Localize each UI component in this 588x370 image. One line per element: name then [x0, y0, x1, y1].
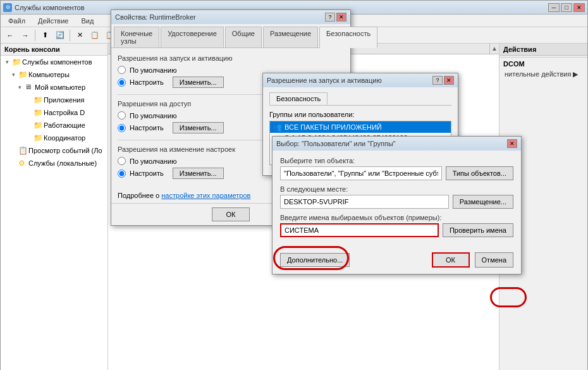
check-names-button[interactable]: Проверить имена [443, 223, 513, 237]
action-section-dcom: DCOM [499, 57, 587, 69]
left-panel: Корень консоли ▾ 📁 Службы компонентов ▾ … [1, 44, 108, 370]
folder-icon-7: 📋 [18, 146, 27, 155]
tree-label-9: Службы (локальные) [28, 159, 97, 167]
object-type-input[interactable] [280, 166, 442, 180]
location-label: В следующем месте: [280, 185, 513, 193]
edit-access-button[interactable]: Изменить... [173, 122, 224, 133]
toolbar-refresh[interactable]: 🔄 [53, 29, 67, 42]
tree-item-events[interactable]: 📋 Просмотр событий (Ло [1, 144, 107, 157]
location-input[interactable] [280, 195, 449, 209]
object-names-input[interactable] [280, 223, 439, 237]
user-dialog: Выбор: "Пользователи" или "Группы" ✕ Выб… [272, 136, 522, 274]
actions-header: Действия [499, 44, 587, 56]
expand-mycomputer[interactable]: ▾ [18, 84, 25, 90]
folder-icon-2: 📁 [18, 70, 27, 79]
user-cancel-button[interactable]: Отмена [475, 252, 513, 268]
footer-link[interactable]: настройке этих параметров [161, 192, 250, 199]
user-dialog-titlebar: Выбор: "Пользователи" или "Группы" ✕ [273, 137, 521, 151]
user-close-button[interactable]: ✕ [507, 139, 517, 148]
maximize-button[interactable]: □ [561, 3, 572, 12]
tree-item-coordinator[interactable]: 📁 Координатор [1, 132, 107, 144]
advanced-button[interactable]: Дополнительно... [280, 253, 350, 267]
menu-action[interactable]: Действие [35, 16, 71, 26]
tab-general[interactable]: Общие [225, 27, 262, 47]
perm-dialog-controls: ? ✕ [432, 76, 454, 85]
props-tabs-bar: Конечные узлы Удостоверение Общие Размещ… [111, 24, 350, 48]
location-button[interactable]: Размещение... [453, 195, 513, 209]
toolbar-delete[interactable]: ✕ [73, 29, 87, 42]
perm-help-button[interactable]: ? [432, 76, 443, 85]
object-names-row: Введите имена выбираемых объектов (приме… [280, 214, 513, 237]
toolbar-copy[interactable]: 📋 [88, 29, 102, 42]
perm-tab-security[interactable]: Безопасность [269, 92, 328, 105]
location-row: В следующем месте: Размещение... [280, 185, 513, 209]
app-icon: ⚙ [3, 3, 12, 12]
radio-config-custom-input[interactable] [118, 170, 126, 178]
user-dialog-controls: ✕ [507, 139, 517, 148]
tree-item-config[interactable]: 📁 Настройка D [1, 106, 107, 119]
toolbar-forward[interactable]: → [18, 29, 32, 42]
tree-label-7: Координатор [44, 134, 85, 142]
object-names-text: Введите имена выбираемых объектов (приме… [280, 214, 441, 221]
menu-file[interactable]: Файл [6, 16, 28, 26]
perm-groups-label: Группы или пользователи: [269, 111, 451, 118]
radio-launch-custom-label: Настроить [130, 78, 164, 86]
tab-endpoints[interactable]: Конечные узлы [114, 27, 159, 47]
tree-header: Корень консоли [1, 44, 107, 56]
window-controls: ─ □ ✕ [548, 3, 585, 12]
radio-access-default-input[interactable] [118, 111, 126, 120]
user-ok-button[interactable]: ОК [432, 252, 470, 268]
radio-launch-default-label: По умолчанию [130, 66, 176, 74]
tree-label: Службы компонентов [22, 58, 92, 66]
expand-computers[interactable]: ▾ [12, 71, 18, 78]
props-ok-button[interactable]: ОК [212, 207, 250, 221]
radio-access-custom-input[interactable] [118, 124, 126, 132]
folder-icon-3: 📁 [34, 96, 42, 104]
tree-label-2: Компьютеры [28, 71, 70, 78]
close-button[interactable]: ✕ [573, 3, 585, 12]
object-names-input-row: Проверить имена [280, 223, 513, 237]
perm-close-button[interactable]: ✕ [444, 76, 454, 85]
toolbar-sep-2 [70, 30, 70, 41]
object-type-input-row: Типы объектов... [280, 166, 513, 180]
scroll-up-arrow[interactable]: ▲ [490, 44, 499, 54]
radio-config-default-input[interactable] [118, 157, 126, 165]
props-dialog-title: Свойства: RuntimeBroker [115, 13, 322, 21]
tree-label-6: Работающие [44, 121, 85, 129]
folder-icon-8: ⚙ [18, 159, 27, 168]
expand-services[interactable]: ▾ [6, 59, 12, 65]
tree-item-computers[interactable]: ▾ 📁 Компьютеры [1, 68, 107, 81]
tab-security[interactable]: Безопасность [319, 27, 377, 48]
perm-group-item-0[interactable]: 👥 ВСЕ ПАКЕТЫ ПРИЛОЖЕНИЙ [270, 121, 451, 133]
footer-note-text: Подробнее о [118, 192, 161, 199]
props-help-button[interactable]: ? [325, 13, 335, 22]
tab-location[interactable]: Размещение [263, 27, 318, 47]
props-close-button[interactable]: ✕ [336, 13, 346, 22]
radio-access-custom-label: Настроить [130, 124, 164, 132]
folder-icon-6: 📁 [34, 133, 42, 142]
tree-item-mycomputer[interactable]: ▾ 🖥 Мой компьютер [1, 81, 107, 94]
tab-identity[interactable]: Удостоверение [161, 27, 224, 47]
tree-item-local-services[interactable]: ⚙ Службы (локальные) [1, 157, 107, 170]
props-dialog-titlebar: Свойства: RuntimeBroker ? ✕ [111, 10, 350, 24]
radio-launch-custom-input[interactable] [118, 78, 126, 87]
object-types-button[interactable]: Типы объектов... [446, 166, 513, 180]
edit-launch-button[interactable]: Изменить... [173, 77, 224, 88]
tree-item-services[interactable]: ▾ 📁 Службы компонентов [1, 56, 107, 68]
perm-dialog-title: Разрешение на запуск и активацию [267, 77, 430, 84]
monitor-icon: 🖥 [25, 83, 34, 92]
menu-view[interactable]: Вид [78, 16, 96, 26]
edit-config-button[interactable]: Изменить... [173, 168, 224, 179]
object-type-row: Выберите тип объекта: Типы объектов... [280, 157, 513, 180]
toolbar-up[interactable]: ⬆ [38, 29, 52, 42]
action-more[interactable]: нительные действия ▶ [499, 69, 587, 80]
perm-tab-bar: Безопасность [269, 92, 451, 106]
tree-item-apps[interactable]: 📁 Приложения [1, 94, 107, 106]
minimize-button[interactable]: ─ [548, 3, 560, 12]
user-dialog-action-btns: ОК Отмена [432, 252, 513, 268]
folder-icon-5: 📁 [34, 121, 42, 130]
tree-label-3: Мой компьютер [35, 83, 85, 91]
tree-item-running[interactable]: 📁 Работающие [1, 119, 107, 132]
toolbar-back[interactable]: ← [3, 29, 17, 42]
radio-launch-default-input[interactable] [118, 66, 126, 74]
